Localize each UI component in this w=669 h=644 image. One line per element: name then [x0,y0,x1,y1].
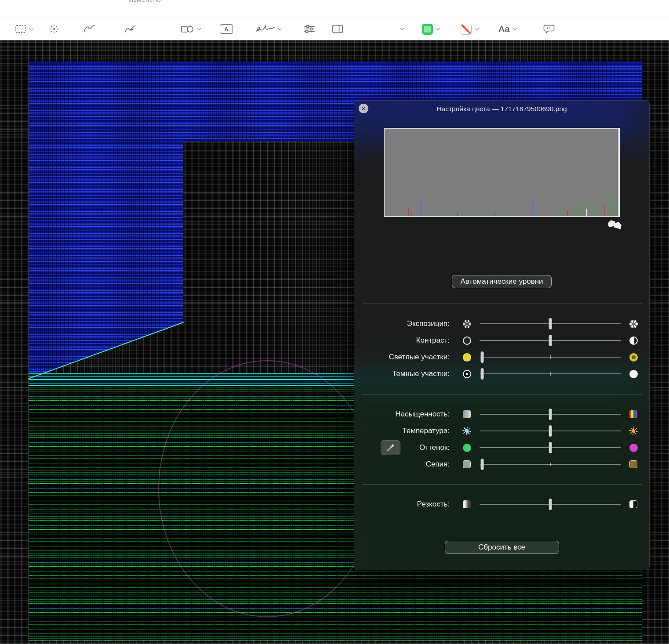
shapes-button[interactable] [179,21,202,37]
tint-green-icon [462,443,472,452]
tint-slider[interactable] [480,442,621,453]
chevron-down-icon [436,26,440,30]
highlights-low-icon [462,352,472,362]
reset-all-button[interactable]: Сбросить все [445,541,559,554]
slider-row-contrast: Контраст: [354,332,650,349]
sketch-tool-button[interactable] [81,21,97,37]
selection-tool-button[interactable] [13,21,35,37]
slider-handle[interactable] [549,318,552,329]
slider-row-highlights: Светлые участки: [354,349,650,365]
slider-handle[interactable] [481,351,484,363]
text-style-button[interactable]: Aa [497,21,518,37]
signature-icon [256,24,275,34]
shadows-low-icon [462,369,472,379]
slider-label: Оттенок: [354,443,450,452]
highlights-slider[interactable] [480,351,621,363]
divider [362,484,642,485]
slider-label: Сепия: [354,460,450,469]
histogram [384,128,620,217]
shadows-slider[interactable] [480,368,621,380]
markup-toolbar: A Aa [0,18,669,40]
sketch-icon [83,24,95,34]
temperature-slider[interactable] [480,425,621,437]
instant-alpha-icon [49,24,59,34]
draw-icon [124,24,137,34]
sharpness-slider[interactable] [480,499,621,510]
text-box-icon: A [220,24,233,34]
slider-label: Контраст: [354,336,450,345]
adjust-color-button[interactable] [302,21,317,37]
contrast-slider[interactable] [480,335,621,346]
selection-tool-icon [15,24,26,34]
slider-row-exposure: Экспозиция: [354,315,650,332]
sharpness-soft-icon [462,499,472,509]
exposure-dim-icon [462,319,472,329]
shapes-icon [181,24,194,34]
slider-row-shadows: Темные участки: [354,365,650,382]
slider-label: Экспозиция: [354,319,450,328]
slider-row-sepia: Сепия: [354,456,650,473]
slider-row-tint: Оттенок: [354,439,650,456]
eyedropper-button[interactable] [381,440,400,455]
border-color-button[interactable] [420,21,441,37]
sharpness-slider-group: Резкость: [354,496,650,513]
close-icon[interactable]: × [359,104,368,113]
contrast-high-icon [629,336,638,345]
instant-alpha-button[interactable] [47,21,61,37]
tone-slider-group: Экспозиция: Контраст: Светлые участки: Т… [354,315,650,382]
divider [362,304,642,304]
fill-color-icon [461,24,472,35]
slider-row-temperature: Температура: [354,423,650,439]
window-titlebar[interactable]: Изменено [0,0,669,18]
auto-levels-button[interactable]: Автоматические уровни [452,275,551,288]
draw-tool-button[interactable] [123,21,138,37]
quote-bubble-icon [543,24,555,34]
slider-handle[interactable] [549,409,552,420]
text-style-icon: Aa [498,24,510,34]
panel-header[interactable]: × Настройка цвета — 17171879500690.png [354,100,650,117]
annotation-button[interactable] [541,21,557,37]
panel-title: Настройка цвета — 17171879500690.png [354,100,650,118]
temperature-warm-icon [629,426,638,436]
slider-row-sharpness: Резкость: [354,496,650,513]
slider-label: Температура: [354,427,450,435]
slider-label: Светлые участки: [354,353,450,362]
sepia-low-icon [462,459,472,469]
frame-icon [332,24,343,34]
chevron-down-icon [400,26,404,30]
slider-handle[interactable] [481,459,484,470]
tint-magenta-icon [629,443,638,452]
slider-handle[interactable] [481,368,484,380]
sepia-slider[interactable] [480,459,621,470]
contrast-low-icon [462,336,472,345]
modified-label: Изменено [128,0,161,4]
exposure-bright-icon [629,319,638,329]
fill-color-button[interactable] [459,21,480,37]
glitch-circle-outline [158,360,376,617]
border-color-icon [422,24,433,35]
line-weight-icon [384,25,397,33]
line-weight-button[interactable] [382,21,405,37]
text-tool-button[interactable]: A [218,21,235,37]
chevron-down-icon [197,26,201,30]
slider-handle[interactable] [549,499,552,510]
frame-size-button[interactable] [330,21,345,37]
slider-handle[interactable] [549,442,552,453]
exposure-slider[interactable] [480,318,621,329]
chevron-down-icon [513,26,517,30]
highlights-high-icon [629,352,638,362]
eyedropper-icon [386,443,396,452]
image-canvas: × Настройка цвета — 17171879500690.png А… [0,40,669,644]
saturation-high-icon [629,409,638,419]
slider-row-saturation: Насыщенность: [354,406,650,423]
color-adjust-panel: × Настройка цвета — 17171879500690.png А… [354,100,650,570]
color-slider-group: Насыщенность: Температура: Оттенок: [354,406,650,473]
adjust-color-icon [304,24,315,34]
shadows-high-icon [629,369,638,379]
slider-label: Темные участки: [354,369,450,378]
slider-handle[interactable] [549,335,552,346]
slider-handle[interactable] [549,425,552,437]
sharpness-hard-icon [629,499,638,509]
saturation-slider[interactable] [480,409,621,420]
signature-button[interactable] [254,21,284,37]
